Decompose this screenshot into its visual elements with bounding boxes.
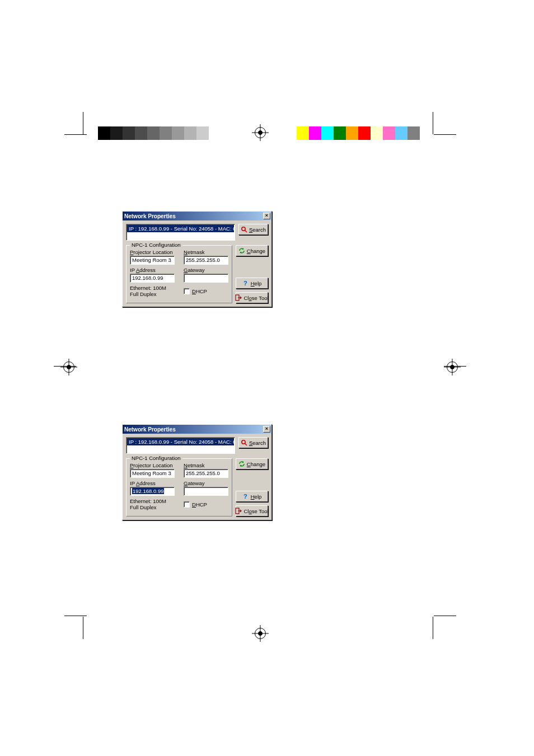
device-list-item[interactable]: IP : 192.168.0.99 - Serial No: 24058 - M… xyxy=(127,225,234,232)
color-chip xyxy=(371,126,383,140)
ip-address-input[interactable]: 192.168.0.99 xyxy=(130,487,175,496)
help-button[interactable]: ? Help xyxy=(236,278,268,289)
crop-mark xyxy=(83,112,83,134)
crop-mark xyxy=(64,134,87,135)
refresh-icon xyxy=(238,461,245,467)
exit-icon xyxy=(235,294,242,301)
close-tool-button-label: Close Tool xyxy=(243,508,268,514)
ip-address-label: IP Address xyxy=(130,267,175,273)
crop-mark xyxy=(434,616,456,616)
svg-line-5 xyxy=(245,444,247,446)
close-tool-button[interactable]: Close Tool xyxy=(236,505,268,516)
search-icon xyxy=(241,226,247,233)
svg-line-1 xyxy=(245,231,247,233)
device-list-item[interactable]: IP : 192.168.0.99 - Serial No: 24058 - M… xyxy=(127,438,234,445)
network-properties-dialog: Network Properties × IP : 192.168.0.99 -… xyxy=(122,211,272,307)
color-chip xyxy=(160,126,172,140)
help-icon: ? xyxy=(242,280,249,287)
npc-config-groupbox: NPC-1 Configuration Projector Location M… xyxy=(126,458,232,516)
color-chip xyxy=(321,126,334,140)
registration-mark-icon xyxy=(255,127,266,138)
color-chip xyxy=(196,126,209,140)
groupbox-legend: NPC-1 Configuration xyxy=(130,242,182,248)
help-button[interactable]: ? Help xyxy=(236,491,268,502)
color-chip xyxy=(346,126,358,140)
dhcp-label: DHCP xyxy=(192,288,207,294)
close-icon[interactable]: × xyxy=(263,213,270,219)
svg-text:?: ? xyxy=(243,493,247,500)
color-chip-strip xyxy=(297,126,420,140)
color-chip xyxy=(98,126,110,140)
search-icon xyxy=(241,439,247,446)
search-button-label: Search xyxy=(249,440,266,446)
registration-mark-icon xyxy=(255,628,266,639)
netmask-label: Netmask xyxy=(184,249,228,255)
color-chip xyxy=(123,126,135,140)
registration-mark-icon xyxy=(63,361,74,373)
dhcp-checkbox[interactable]: DHCP xyxy=(184,288,228,294)
help-button-label: Help xyxy=(251,280,262,287)
window-titlebar[interactable]: Network Properties × xyxy=(123,425,271,434)
ip-address-input[interactable]: 192.168.0.99 xyxy=(130,274,175,283)
close-tool-button[interactable]: Close Tool xyxy=(236,292,268,303)
checkbox-icon xyxy=(184,501,190,508)
crop-mark xyxy=(83,617,83,639)
npc-config-groupbox: NPC-1 Configuration Projector Location M… xyxy=(126,245,232,303)
close-tool-button-label: Close Tool xyxy=(243,295,268,301)
netmask-input[interactable]: 255.255.255.0 xyxy=(184,256,228,265)
crop-mark xyxy=(433,112,433,134)
grayscale-chip-strip xyxy=(98,126,221,140)
color-chip xyxy=(147,126,160,140)
gateway-input[interactable] xyxy=(184,487,228,496)
window-titlebar[interactable]: Network Properties × xyxy=(123,212,271,220)
dhcp-checkbox[interactable]: DHCP xyxy=(184,501,228,508)
projector-location-input[interactable]: Meeting Room 3 xyxy=(130,469,175,478)
svg-point-0 xyxy=(242,227,245,231)
dhcp-label: DHCP xyxy=(192,501,207,508)
svg-point-4 xyxy=(242,440,245,444)
ip-address-label: IP Address xyxy=(130,480,175,486)
projector-location-label: Projector Location xyxy=(130,462,175,468)
netmask-input[interactable]: 255.255.255.0 xyxy=(184,469,228,478)
color-chip xyxy=(309,126,321,140)
color-chip xyxy=(110,126,123,140)
search-button-label: Search xyxy=(249,227,266,233)
color-chip xyxy=(172,126,184,140)
crop-mark xyxy=(64,616,87,616)
netmask-label: Netmask xyxy=(184,462,228,468)
search-button[interactable]: Search xyxy=(238,437,268,448)
checkbox-icon xyxy=(184,288,190,294)
help-icon: ? xyxy=(242,493,249,500)
gateway-label: Gateway xyxy=(184,267,228,273)
color-chip xyxy=(407,126,420,140)
registration-mark-icon xyxy=(447,361,458,373)
change-button[interactable]: Change xyxy=(236,458,268,469)
ethernet-status-label: Ethernet: 100M Full Duplex xyxy=(130,498,175,510)
change-button-label: Change xyxy=(247,461,265,467)
projector-location-label: Projector Location xyxy=(130,249,175,255)
refresh-icon xyxy=(238,247,245,254)
crop-mark xyxy=(433,617,433,639)
device-listbox[interactable]: IP : 192.168.0.99 - Serial No: 24058 - M… xyxy=(126,437,235,454)
device-listbox[interactable]: IP : 192.168.0.99 - Serial No: 24058 - M… xyxy=(126,224,235,241)
network-properties-dialog: Network Properties × IP : 192.168.0.99 -… xyxy=(122,424,272,520)
search-button[interactable]: Search xyxy=(238,224,268,235)
color-chip xyxy=(383,126,395,140)
color-chip xyxy=(334,126,346,140)
close-icon[interactable]: × xyxy=(263,426,270,433)
color-chip xyxy=(358,126,371,140)
color-chip xyxy=(184,126,196,140)
ethernet-status-label: Ethernet: 100M Full Duplex xyxy=(130,285,175,297)
gateway-input[interactable] xyxy=(184,274,228,283)
svg-text:?: ? xyxy=(243,280,247,287)
change-button[interactable]: Change xyxy=(236,245,268,256)
projector-location-input[interactable]: Meeting Room 3 xyxy=(130,256,175,265)
gateway-label: Gateway xyxy=(184,480,228,486)
groupbox-legend: NPC-1 Configuration xyxy=(130,455,182,461)
window-title: Network Properties xyxy=(124,426,176,433)
color-chip xyxy=(297,126,309,140)
color-chip xyxy=(395,126,407,140)
change-button-label: Change xyxy=(247,248,265,254)
color-chip xyxy=(135,126,147,140)
window-title: Network Properties xyxy=(124,213,176,219)
